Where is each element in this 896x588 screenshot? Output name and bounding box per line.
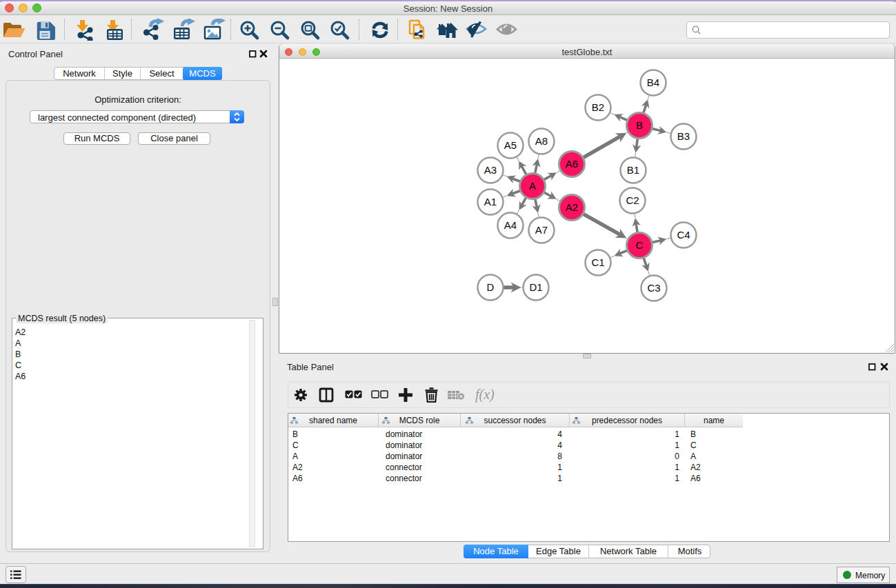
svg-text:D1: D1 <box>529 281 542 293</box>
svg-text:B: B <box>636 119 643 131</box>
svg-text:B2: B2 <box>592 101 604 113</box>
svg-text:C3: C3 <box>647 282 660 294</box>
svg-text:C2: C2 <box>626 194 639 206</box>
svg-text:A5: A5 <box>504 139 517 151</box>
svg-text:A1: A1 <box>484 196 497 207</box>
svg-text:A2: A2 <box>566 201 578 213</box>
svg-text:A6: A6 <box>566 158 578 170</box>
svg-text:B1: B1 <box>627 164 639 176</box>
svg-text:A3: A3 <box>484 164 497 176</box>
svg-text:C: C <box>636 239 644 251</box>
svg-text:A4: A4 <box>504 219 517 231</box>
svg-text:A7: A7 <box>535 224 548 236</box>
svg-text:B3: B3 <box>677 130 690 142</box>
svg-text:C1: C1 <box>591 256 604 268</box>
svg-text:A8: A8 <box>535 135 548 147</box>
svg-text:C4: C4 <box>677 229 690 241</box>
svg-text:A: A <box>529 180 536 192</box>
svg-text:D: D <box>487 281 495 293</box>
svg-text:B4: B4 <box>647 77 659 88</box>
